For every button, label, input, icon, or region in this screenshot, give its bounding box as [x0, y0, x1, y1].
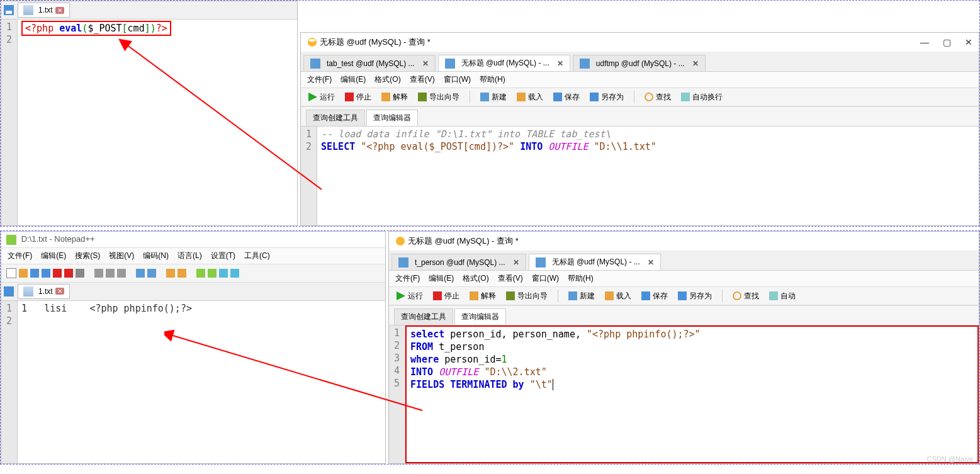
- table-icon: [445, 59, 455, 69]
- export-button[interactable]: 导出向导: [504, 290, 550, 303]
- stop-button[interactable]: 停止: [431, 290, 462, 303]
- svg-point-5: [396, 237, 405, 245]
- wrap-button[interactable]: 自动换行: [679, 91, 725, 104]
- explain-button[interactable]: 解释: [467, 290, 498, 303]
- svg-rect-1: [6, 11, 12, 14]
- close-button[interactable]: ✕: [965, 37, 972, 47]
- replace-icon[interactable]: [177, 269, 186, 278]
- menu-edit[interactable]: 编辑(E): [341, 74, 366, 85]
- menu-search[interactable]: 搜索(S): [75, 251, 100, 261]
- query-tabs: t_person @udf (MySQL) ...✕ 无标题 @udf (MyS…: [389, 251, 979, 271]
- code-area[interactable]: 1 lisi <?php phpinfo();?>: [18, 301, 385, 463]
- saveas-button[interactable]: 另存为: [587, 91, 626, 104]
- explain-button[interactable]: 解释: [379, 91, 410, 104]
- toolbar: 运行 停止 解释 导出向导 新建 载入 保存 另存为 查找 自动: [389, 287, 979, 305]
- file-tabs-bar: 1.txt ✕: [1, 283, 385, 301]
- file-tab[interactable]: 1.txt ✕: [18, 284, 70, 299]
- run-button[interactable]: 运行: [394, 290, 425, 303]
- save-button[interactable]: 保存: [639, 290, 670, 303]
- menu-view[interactable]: 查看(V): [498, 273, 523, 284]
- find-button[interactable]: 查找: [730, 290, 762, 303]
- maximize-button[interactable]: ▢: [943, 37, 951, 47]
- tab-udftmp[interactable]: udftmp @udf (MySQL) - ...✕: [573, 55, 706, 71]
- find-icon[interactable]: [166, 269, 175, 278]
- toolbar: 运行 停止 解释 导出向导 新建 载入 保存 另存为 查找 自动换行: [301, 88, 979, 106]
- menu-settings[interactable]: 设置(T): [211, 251, 235, 261]
- menu-language[interactable]: 语言(L): [177, 251, 202, 261]
- menu-window[interactable]: 窗口(W): [532, 273, 559, 284]
- paste-icon[interactable]: [117, 269, 126, 278]
- menu-file[interactable]: 文件(F): [8, 251, 32, 261]
- tab-t-person[interactable]: t_person @udf (MySQL) ...✕: [391, 254, 526, 270]
- menu-file[interactable]: 文件(F): [307, 74, 332, 85]
- close-icon[interactable]: ✕: [648, 258, 654, 267]
- menu-file[interactable]: 文件(F): [395, 273, 420, 284]
- file-tab[interactable]: 1.txt ✕: [18, 3, 70, 18]
- app-icon: [307, 37, 317, 47]
- menu-view[interactable]: 视图(V): [109, 251, 134, 261]
- window-title: 无标题 @udf (MySQL) - 查询 * — ▢ ✕: [301, 33, 979, 52]
- close-icon[interactable]: ✕: [692, 59, 699, 68]
- zoomin-icon[interactable]: [196, 269, 205, 278]
- saveall-icon[interactable]: [42, 269, 50, 278]
- close-icon[interactable]: ✕: [55, 288, 64, 295]
- sync-icon[interactable]: [219, 269, 228, 278]
- sql-editor[interactable]: -- load data infile "D:\1.txt" into TABL…: [317, 127, 979, 225]
- saveas-button[interactable]: 另存为: [675, 290, 714, 303]
- editor-subtabs: 查询创建工具 查询编辑器: [301, 106, 979, 127]
- menu-edit[interactable]: 编辑(E): [41, 251, 66, 261]
- load-button[interactable]: 载入: [602, 290, 634, 303]
- load-button[interactable]: 载入: [514, 91, 546, 104]
- subtab-builder[interactable]: 查询创建工具: [306, 110, 365, 126]
- export-button[interactable]: 导出向导: [415, 91, 462, 104]
- save-icon: [4, 286, 14, 296]
- menu-encoding[interactable]: 编码(N): [143, 251, 169, 261]
- title-text: 无标题 @udf (MySQL) - 查询 *: [320, 37, 431, 48]
- tab-untitled[interactable]: 无标题 @udf (MySQL) - ...✕: [438, 55, 570, 71]
- window-title: D:\1.txt - Notepad++: [1, 232, 385, 248]
- menu-help[interactable]: 帮助(H): [568, 273, 594, 284]
- close-icon[interactable]: [53, 269, 62, 278]
- subtab-builder[interactable]: 查询创建工具: [394, 308, 453, 325]
- save-icon[interactable]: [30, 269, 39, 278]
- explain-icon: [470, 291, 478, 300]
- copy-icon[interactable]: [106, 269, 115, 278]
- menu-tools[interactable]: 工具(C): [244, 251, 270, 261]
- close-icon[interactable]: ✕: [55, 7, 64, 14]
- new-icon[interactable]: [6, 268, 16, 278]
- minimize-button[interactable]: —: [920, 37, 929, 47]
- close-icon[interactable]: ✕: [513, 258, 519, 267]
- redo-icon[interactable]: [147, 269, 156, 278]
- close-icon[interactable]: ✕: [422, 59, 429, 68]
- wrap-button[interactable]: 自动: [767, 290, 798, 303]
- menu-edit[interactable]: 编辑(E): [429, 273, 454, 284]
- subtab-editor[interactable]: 查询编辑器: [454, 308, 506, 325]
- closeall-icon[interactable]: [64, 269, 73, 278]
- wrap-icon[interactable]: [230, 269, 239, 278]
- sql-editor[interactable]: select person_id, person_name, "<?php ph…: [405, 325, 979, 463]
- editor-subtabs: 查询创建工具 查询编辑器: [389, 305, 979, 325]
- code-area[interactable]: <?php eval($_POST[cmd])?>: [18, 20, 297, 225]
- menu-window[interactable]: 窗口(W): [444, 74, 471, 85]
- cut-icon[interactable]: [94, 269, 103, 278]
- save-button[interactable]: 保存: [551, 91, 582, 104]
- menu-help[interactable]: 帮助(H): [480, 74, 505, 85]
- open-icon[interactable]: [19, 269, 28, 278]
- new-button[interactable]: 新建: [566, 290, 597, 303]
- menu-format[interactable]: 格式(O): [375, 74, 400, 85]
- app-icon: [6, 235, 16, 245]
- tab-untitled[interactable]: 无标题 @udf (MySQL) - ...✕: [529, 254, 661, 270]
- new-button[interactable]: 新建: [478, 91, 509, 104]
- subtab-editor[interactable]: 查询编辑器: [366, 110, 418, 126]
- zoomout-icon[interactable]: [208, 269, 217, 278]
- tab-tab-test[interactable]: tab_test @udf (MySQL) ...✕: [303, 55, 436, 71]
- print-icon[interactable]: [76, 269, 84, 278]
- undo-icon[interactable]: [136, 269, 145, 278]
- close-icon[interactable]: ✕: [557, 59, 563, 68]
- stop-button[interactable]: 停止: [342, 91, 374, 104]
- run-button[interactable]: 运行: [306, 91, 337, 104]
- menu-format[interactable]: 格式(O): [463, 273, 488, 284]
- menu-bar: 文件(F) 编辑(E) 格式(O) 查看(V) 窗口(W) 帮助(H): [301, 72, 979, 88]
- find-button[interactable]: 查找: [642, 91, 673, 104]
- menu-view[interactable]: 查看(V): [410, 74, 435, 85]
